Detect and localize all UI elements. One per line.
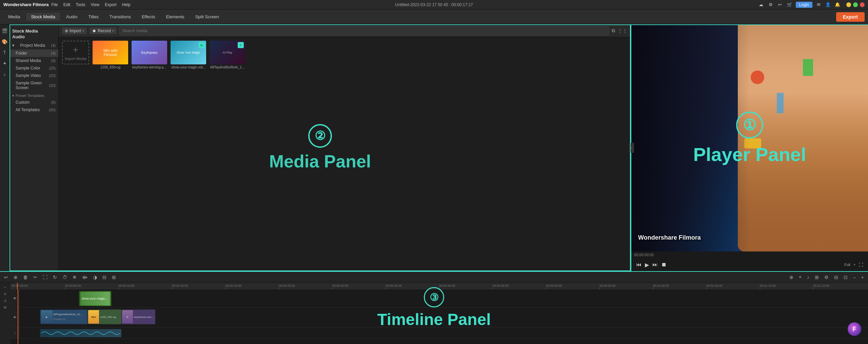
- titlebar-left: Wondershare Filmora File Edit Tools View…: [3, 2, 131, 7]
- playhead[interactable]: [17, 283, 18, 289]
- tl-speed-button[interactable]: ⏱: [61, 274, 68, 281]
- login-button[interactable]: Login: [796, 2, 812, 8]
- tab-transitions[interactable]: Transitions: [105, 13, 136, 21]
- menu-help[interactable]: Help: [122, 2, 131, 7]
- tl-settings-button[interactable]: ⚙: [823, 274, 830, 281]
- tl-split2-button[interactable]: ⊟: [833, 274, 840, 281]
- sidebar-color-icon[interactable]: 🎨: [1, 38, 8, 45]
- tab-split-screen[interactable]: Split Screen: [191, 13, 224, 21]
- filmora-logo-badge: F: [848, 322, 861, 336]
- tl-delete-button[interactable]: 🗑: [22, 274, 29, 281]
- tl-crop-button[interactable]: ⛶: [41, 274, 49, 281]
- mail-icon[interactable]: ✉: [815, 1, 822, 8]
- nav-item-all-templates[interactable]: All Templates (50): [9, 106, 58, 114]
- track-label-2: ♪: [10, 327, 20, 339]
- ruler-mark-12: 00:01:00:00: [653, 284, 707, 289]
- sidebar-effects-icon[interactable]: ✦: [1, 60, 8, 67]
- notification-icon[interactable]: 🔔: [834, 1, 841, 8]
- undo-icon[interactable]: ↩: [777, 1, 784, 8]
- player-fullscreen-button[interactable]: ⛶: [859, 262, 863, 267]
- preset-templates-header[interactable]: ▾ Preset Templates: [9, 92, 58, 99]
- grid-view-icon[interactable]: ⋮⋮: [618, 28, 627, 34]
- settings-icon[interactable]: ⚙: [767, 1, 774, 8]
- menu-view[interactable]: View: [91, 2, 99, 7]
- clip-1200[interactable]: Win! 1200_650-og: [87, 309, 121, 324]
- tl-magnetic-icon[interactable]: ↔: [3, 285, 7, 289]
- tl-fit-button[interactable]: ⊡: [842, 274, 849, 281]
- tl-track-icon[interactable]: ≡: [4, 291, 6, 296]
- nav-item-project-media[interactable]: ▾ Project Media (4): [9, 41, 58, 49]
- import-button[interactable]: ⊕ Import ▾: [62, 27, 87, 34]
- tl-grid-button[interactable]: ⊞: [813, 274, 820, 281]
- cart-icon[interactable]: 🛒: [786, 1, 793, 8]
- nav-item-sample-color[interactable]: Sample Color (25): [9, 64, 58, 72]
- track-label-0: 👁: [10, 289, 20, 307]
- player-zoom-dropdown[interactable]: ▾: [854, 263, 855, 266]
- timeline-tracks: 👁 show-your-magic...: [10, 289, 868, 344]
- media-item-0[interactable]: Win withFilmora! 1200_650-og: [93, 41, 128, 69]
- tl-color-button[interactable]: ◑: [92, 274, 98, 281]
- media-section: Stock Media Audio ▾ Project Media (4) Fo…: [9, 24, 631, 271]
- tl-zoom-in-button[interactable]: +: [860, 274, 865, 281]
- close-btn[interactable]: [860, 2, 865, 7]
- tl-zoom-out-button[interactable]: –: [852, 274, 857, 281]
- tab-elements[interactable]: Elements: [161, 13, 189, 21]
- player-stop-button[interactable]: ⏹: [661, 262, 667, 268]
- export-button[interactable]: Export: [836, 12, 865, 22]
- tl-rotate-button[interactable]: ↻: [52, 274, 58, 281]
- ruler-mark-14: 00:01:10:00: [760, 284, 813, 289]
- clip-keyframes[interactable]: K keyframes-winning...: [121, 309, 155, 324]
- menu-tools[interactable]: Tools: [76, 2, 85, 7]
- tl-cut-button[interactable]: ✂: [32, 274, 39, 281]
- nav-item-custom[interactable]: Custom (0): [9, 99, 58, 106]
- tab-effects[interactable]: Effects: [137, 13, 160, 21]
- clip-aiplay[interactable]: ▶ AIPlayAndNoWork_01... Preview (2): [40, 309, 87, 324]
- sidebar-text-icon[interactable]: T: [1, 49, 8, 56]
- media-item-2[interactable]: Show Your Magic ▷ show-your-magic-vid...: [171, 41, 206, 69]
- timeline-left-strip: ↔ ≡ ♬ ≋: [0, 283, 10, 344]
- minimize-btn[interactable]: [846, 2, 851, 7]
- nav-item-folder[interactable]: Folder (4): [9, 49, 58, 57]
- menu-edit[interactable]: Edit: [63, 2, 71, 7]
- import-media-button[interactable]: + Import Media: [62, 41, 89, 64]
- tl-marker-button[interactable]: ⌖: [797, 274, 803, 281]
- tl-freeze-button[interactable]: ❄: [71, 274, 78, 281]
- record-button[interactable]: ⏺ Record ▾: [90, 27, 117, 34]
- player-play-button[interactable]: ▶: [645, 262, 649, 268]
- menu-file[interactable]: File: [51, 2, 58, 7]
- tl-audio2-icon[interactable]: ♬: [4, 298, 7, 303]
- nav-item-sample-video[interactable]: Sample Video (20): [9, 72, 58, 79]
- tl-undo-button[interactable]: ↩: [3, 274, 9, 281]
- clip-overlay[interactable]: show-your-magic...: [79, 291, 111, 306]
- player-skip-forward-button[interactable]: ⏭: [652, 262, 658, 268]
- account-icon[interactable]: 👤: [825, 1, 831, 8]
- ruler-mark-0: 00:00:00:00: [12, 284, 65, 289]
- tab-audio[interactable]: Audio: [61, 13, 82, 21]
- tab-titles[interactable]: Titles: [83, 13, 103, 21]
- tab-media[interactable]: Media: [3, 13, 25, 21]
- sidebar-media-icon[interactable]: 🎬: [1, 27, 8, 35]
- timeline-ruler: 00:00:00:00 00:00:05:00 00:00:10:00 00:0…: [10, 283, 868, 289]
- tl-audio-button[interactable]: ♪: [806, 274, 811, 281]
- nav-item-shared-media[interactable]: Shared Media (0): [9, 57, 58, 64]
- titlebar-right: ☁ ⚙ ↩ 🛒 Login ✉ 👤 🔔: [758, 1, 865, 8]
- tl-snap-button[interactable]: ⊕: [788, 274, 795, 281]
- tl-transform-button[interactable]: ⟴: [81, 274, 89, 281]
- plus-icon: +: [73, 44, 78, 55]
- media-item-3[interactable]: AI Play ✓ AlPlayAndNoWork_1...: [210, 41, 245, 69]
- tl-group-button[interactable]: ⊞: [111, 274, 117, 281]
- media-search-input[interactable]: [119, 26, 609, 35]
- player-skip-back-button[interactable]: ⏮: [636, 262, 642, 268]
- nav-item-sample-green-screen[interactable]: Sample Green Screen (10): [9, 79, 58, 92]
- maximize-btn[interactable]: [853, 2, 858, 7]
- tl-wave-icon[interactable]: ≋: [3, 305, 7, 310]
- cloud-icon[interactable]: ☁: [758, 1, 765, 8]
- tab-stock-media[interactable]: Stock Media: [26, 13, 60, 21]
- tl-add-button[interactable]: ⊕: [12, 274, 19, 281]
- tl-split-button[interactable]: ⊟: [101, 274, 108, 281]
- sidebar-music-icon[interactable]: ♪: [1, 70, 8, 78]
- menu-export[interactable]: Export: [105, 2, 117, 7]
- clip-audio[interactable]: [40, 329, 121, 337]
- filter-icon[interactable]: ⧉: [612, 28, 615, 34]
- media-item-1[interactable]: Keyframes keyframes-winning-p...: [132, 41, 167, 69]
